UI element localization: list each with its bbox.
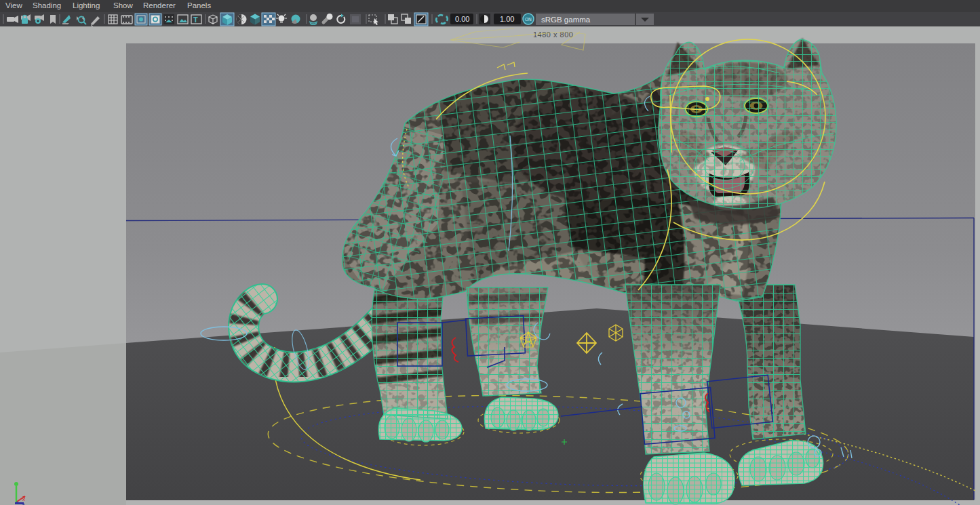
svg-text:sRGB gamma: sRGB gamma xyxy=(541,16,591,24)
svg-text:x: x xyxy=(22,496,25,502)
svg-text:T: T xyxy=(193,16,198,24)
svg-text:0.00: 0.00 xyxy=(455,15,469,23)
svg-text:ON: ON xyxy=(525,17,532,22)
svg-text:1.00: 1.00 xyxy=(500,15,514,23)
